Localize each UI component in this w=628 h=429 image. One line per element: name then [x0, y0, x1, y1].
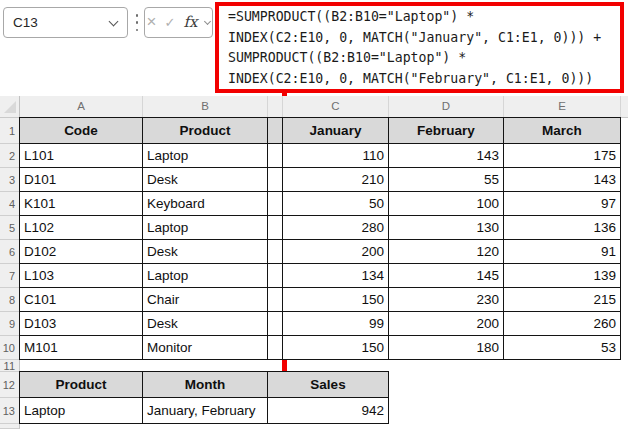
cell[interactable]: 99 — [283, 312, 389, 336]
cell[interactable] — [268, 144, 283, 168]
row-header-cell[interactable]: 2 — [0, 144, 20, 168]
row-header-cell[interactable]: 10 — [0, 336, 20, 360]
cell[interactable]: 200 — [389, 312, 504, 336]
cancel-icon[interactable]: × — [147, 13, 157, 30]
row-header-cell[interactable]: 6 — [0, 240, 20, 264]
cell[interactable]: February — [389, 118, 504, 144]
cell[interactable]: 180 — [389, 336, 504, 360]
cell[interactable]: L101 — [20, 144, 143, 168]
cell[interactable]: Desk — [143, 240, 268, 264]
column-header-cell[interactable] — [268, 96, 283, 118]
cell[interactable]: 120 — [389, 240, 504, 264]
cell[interactable]: Desk — [143, 168, 268, 192]
cell[interactable]: 210 — [283, 168, 389, 192]
cell[interactable]: 110 — [283, 144, 389, 168]
cell[interactable]: January, February — [143, 398, 268, 424]
cell[interactable] — [268, 168, 283, 192]
cell[interactable]: 150 — [283, 336, 389, 360]
cell[interactable]: 150 — [283, 288, 389, 312]
row-header-cell[interactable]: 13 — [0, 398, 20, 424]
table-row: L102 Laptop 280 130 136 — [20, 216, 621, 240]
cell[interactable] — [268, 336, 283, 360]
cell[interactable]: Laptop — [143, 144, 268, 168]
cell[interactable]: 100 — [389, 192, 504, 216]
cell[interactable]: K101 — [20, 192, 143, 216]
excel-sheet-screenshot: C13 × ✓ fx =SUMPRODUCT((B2:B10="Laptop")… — [0, 0, 628, 429]
cell[interactable]: 134 — [283, 264, 389, 288]
cell[interactable] — [268, 240, 283, 264]
cell[interactable]: 143 — [504, 168, 621, 192]
cell[interactable]: Sales — [268, 372, 389, 398]
cell[interactable]: Code — [20, 118, 143, 144]
cell[interactable]: Month — [143, 372, 268, 398]
row-header-cell[interactable]: 11 — [0, 360, 20, 372]
cell[interactable]: March — [504, 118, 621, 144]
cell[interactable]: Laptop — [143, 216, 268, 240]
cell[interactable]: 139 — [504, 264, 621, 288]
cell[interactable]: L102 — [20, 216, 143, 240]
cell[interactable]: C101 — [20, 288, 143, 312]
cell[interactable]: 91 — [504, 240, 621, 264]
table-row: Laptop January, February 942 — [20, 398, 389, 424]
cell[interactable]: Monitor — [143, 336, 268, 360]
row-header-cell[interactable]: 8 — [0, 288, 20, 312]
cell[interactable]: Chair — [143, 288, 268, 312]
enter-icon[interactable]: ✓ — [165, 16, 176, 29]
cell[interactable]: Desk — [143, 312, 268, 336]
cell-c13-result[interactable]: 942 — [268, 398, 389, 424]
cell[interactable]: Laptop — [143, 264, 268, 288]
cell[interactable]: 260 — [504, 312, 621, 336]
row-header-cell[interactable]: 5 — [0, 216, 20, 240]
column-header-cell[interactable]: A — [20, 96, 143, 118]
cell[interactable]: 145 — [389, 264, 504, 288]
cell[interactable]: Keyboard — [143, 192, 268, 216]
cell[interactable]: 280 — [283, 216, 389, 240]
table-row: D103 Desk 99 200 260 — [20, 312, 621, 336]
cell[interactable] — [268, 264, 283, 288]
column-header-cell[interactable]: C — [283, 96, 389, 118]
name-box[interactable]: C13 — [3, 7, 128, 38]
row-header-cell[interactable]: 7 — [0, 264, 20, 288]
cell[interactable]: 200 — [283, 240, 389, 264]
select-all-corner[interactable] — [0, 96, 20, 118]
cell[interactable]: 215 — [504, 288, 621, 312]
cell[interactable]: 97 — [504, 192, 621, 216]
cell[interactable]: Product — [20, 372, 143, 398]
cell[interactable]: 136 — [504, 216, 621, 240]
cell[interactable] — [268, 118, 283, 144]
cell[interactable]: 130 — [389, 216, 504, 240]
cell[interactable]: L103 — [20, 264, 143, 288]
cell[interactable]: 50 — [283, 192, 389, 216]
cell[interactable]: 175 — [504, 144, 621, 168]
column-header-cell[interactable]: D — [389, 96, 504, 118]
cell[interactable]: M101 — [20, 336, 143, 360]
insert-function-icon[interactable]: fx — [183, 15, 197, 30]
column-header-cell[interactable]: E — [504, 96, 621, 118]
column-header-cell[interactable] — [621, 96, 628, 118]
cell[interactable]: 53 — [504, 336, 621, 360]
cell[interactable] — [268, 216, 283, 240]
cell[interactable] — [268, 312, 283, 336]
cell[interactable] — [268, 192, 283, 216]
column-header-cell[interactable]: B — [143, 96, 268, 118]
cell[interactable]: Product — [143, 118, 268, 144]
row-header-cell[interactable]: 4 — [0, 192, 20, 216]
column-headers: A B C D E — [20, 96, 628, 118]
cell[interactable]: Laptop — [20, 398, 143, 424]
chevron-down-icon[interactable] — [204, 17, 211, 24]
cell[interactable]: D103 — [20, 312, 143, 336]
row-header-cell[interactable]: 1 — [0, 118, 20, 144]
cell[interactable]: January — [283, 118, 389, 144]
formula-bar-drag-handle[interactable] — [135, 14, 139, 31]
cell[interactable]: D102 — [20, 240, 143, 264]
cell[interactable] — [268, 288, 283, 312]
chevron-down-icon[interactable] — [109, 16, 119, 26]
cell[interactable]: 55 — [389, 168, 504, 192]
cell[interactable]: 230 — [389, 288, 504, 312]
cell[interactable]: D101 — [20, 168, 143, 192]
row-header-cell[interactable]: 9 — [0, 312, 20, 336]
row-header-cell[interactable]: 3 — [0, 168, 20, 192]
cell[interactable]: 143 — [389, 144, 504, 168]
row-header-cell[interactable]: 12 — [0, 372, 20, 398]
row-header-cell[interactable] — [0, 424, 20, 429]
